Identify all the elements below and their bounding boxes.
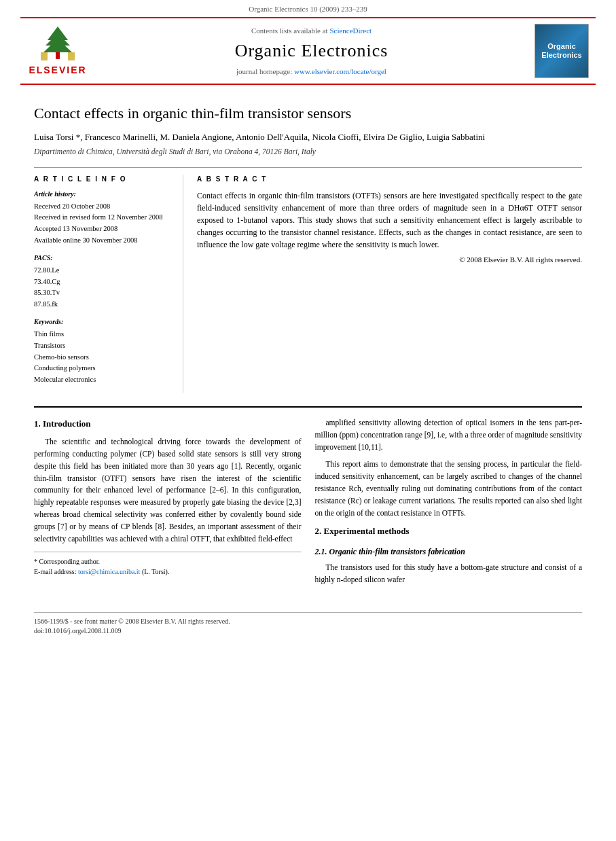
keywords-label: Keywords: (34, 317, 173, 327)
elsevier-wordmark: ELSEVIER (29, 64, 86, 77)
article-info-col: A R T I C L E I N F O Article history: R… (34, 175, 183, 393)
keyword-1: Thin films (34, 329, 173, 340)
right-para-3: The transistors used for this study have… (315, 562, 583, 586)
elsevier-tree-icon (34, 25, 81, 62)
abstract-label: A B S T R A C T (197, 175, 582, 184)
journal-homepage: journal homepage: www.elsevier.com/locat… (88, 67, 535, 77)
article-info-label: A R T I C L E I N F O (34, 175, 173, 184)
subsection2-heading: 2.1. Organic thin-film transistors fabri… (315, 545, 583, 558)
pacs-2: 73.40.Cg (34, 276, 173, 288)
elsevier-logo: ELSEVIER (27, 25, 88, 77)
keyword-3: Chemo-bio sensors (34, 352, 173, 363)
right-para-2: This report aims to demonstrate that the… (315, 459, 583, 519)
keyword-2: Transistors (34, 340, 173, 352)
section2-heading: 2. Experimental methods (315, 524, 583, 538)
footer-doi: doi:10.1016/j.orgel.2008.11.009 (34, 626, 582, 636)
sciencedirect-link[interactable]: ScienceDirect (329, 26, 372, 35)
body-right-col: amplified sensitivity allowing detection… (315, 417, 583, 592)
received-date: Received 20 October 2008 (34, 201, 173, 213)
keyword-4: Conducting polymers (34, 363, 173, 374)
footnote: * Corresponding author. E-mail address: … (34, 552, 302, 577)
article-info-abstract: A R T I C L E I N F O Article history: R… (34, 167, 582, 393)
footnote-star: * Corresponding author. (34, 556, 302, 567)
article-history: Article history: Received 20 October 200… (34, 190, 173, 247)
affiliation: Dipartimento di Chimica, Università degl… (34, 146, 582, 157)
main-content: Contact effects in organic thin-film tra… (0, 85, 616, 605)
available-date: Available online 30 November 2008 (34, 235, 173, 247)
footnote-email: E-mail address: torsi@chimica.uniba.it (… (34, 567, 302, 577)
keywords-section: Keywords: Thin films Transistors Chemo-b… (34, 317, 173, 386)
svg-rect-4 (41, 52, 48, 60)
pacs-1: 72.80.Le (34, 265, 173, 276)
body-section: 1. Introduction The scientific and techn… (34, 406, 582, 592)
page-footer: 1566-1199/$ - see front matter © 2008 El… (34, 612, 582, 636)
revised-date: Received in revised form 12 November 200… (34, 212, 173, 223)
journal-header: ELSEVIER Contents lists available at Sci… (20, 17, 596, 85)
copyright: © 2008 Elsevier B.V. All rights reserved… (197, 255, 582, 265)
accepted-date: Accepted 13 November 2008 (34, 223, 173, 235)
history-label: Article history: (34, 190, 173, 199)
journal-center-section: Contents lists available at ScienceDirec… (88, 26, 535, 77)
homepage-url[interactable]: www.elsevier.com/locate/orgel (294, 67, 386, 75)
sciencedirect-line: Contents lists available at ScienceDirec… (88, 26, 535, 36)
footnote-email-link[interactable]: torsi@chimica.uniba.it (78, 568, 140, 575)
keyword-5: Molecular electronics (34, 374, 173, 386)
abstract-text: Contact effects in organic thin-film tra… (197, 190, 582, 251)
authors: Luisa Torsi *, Francesco Marinelli, M. D… (34, 130, 582, 144)
journal-reference: Organic Electronics 10 (2009) 233–239 (0, 0, 616, 17)
pacs-section: PACS: 72.80.Le 73.40.Cg 85.30.Tv 87.85.f… (34, 253, 173, 310)
footer-issn: 1566-1199/$ - see front matter © 2008 El… (34, 617, 582, 626)
intro-heading: 1. Introduction (34, 417, 302, 431)
body-left-col: 1. Introduction The scientific and techn… (34, 417, 302, 592)
svg-rect-5 (68, 52, 75, 60)
pacs-label: PACS: (34, 253, 173, 263)
abstract-col: A B S T R A C T Contact effects in organ… (197, 175, 582, 393)
pacs-3: 85.30.Tv (34, 287, 173, 299)
journal-title: Organic Electronics (88, 39, 535, 63)
pacs-4: 87.85.fk (34, 299, 173, 310)
article-title: Contact effects in organic thin-film tra… (34, 104, 582, 124)
right-para-1: amplified sensitivity allowing detection… (315, 417, 583, 453)
intro-para-1: The scientific and technological driving… (34, 436, 302, 545)
journal-logo-box: Organic Electronics (535, 24, 589, 78)
